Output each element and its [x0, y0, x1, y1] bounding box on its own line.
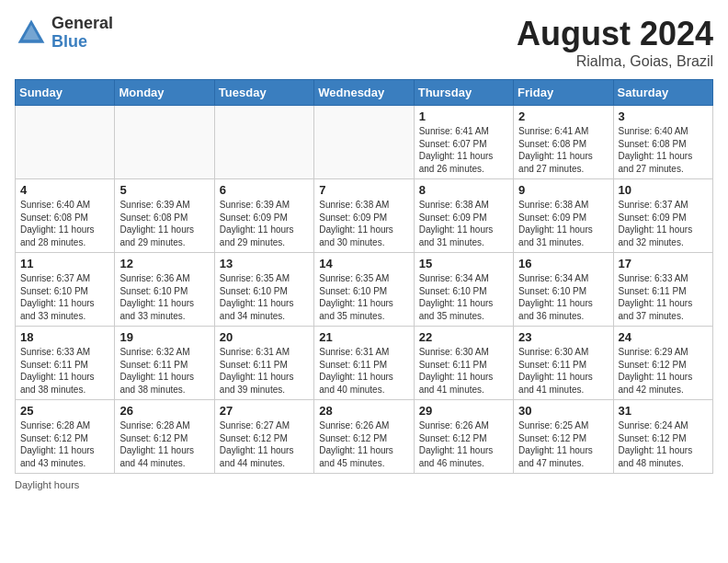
day-info: Sunrise: 6:26 AM Sunset: 6:12 PM Dayligh… — [319, 419, 408, 469]
day-number: 2 — [518, 109, 608, 123]
day-number: 22 — [419, 330, 508, 344]
day-info: Sunrise: 6:37 AM Sunset: 6:09 PM Dayligh… — [619, 199, 708, 248]
calendar-cell: 18Sunrise: 6:33 AM Sunset: 6:11 PM Dayli… — [16, 327, 115, 400]
calendar-cell: 4Sunrise: 6:40 AM Sunset: 6:08 PM Daylig… — [16, 179, 115, 253]
calendar-cell: 10Sunrise: 6:37 AM Sunset: 6:09 PM Dayli… — [613, 179, 712, 253]
day-number: 5 — [119, 183, 209, 197]
day-number: 31 — [619, 404, 708, 418]
calendar-cell: 25Sunrise: 6:28 AM Sunset: 6:12 PM Dayli… — [16, 400, 115, 474]
day-info: Sunrise: 6:41 AM Sunset: 6:07 PM Dayligh… — [419, 125, 508, 175]
day-number: 9 — [518, 183, 608, 197]
calendar-cell: 28Sunrise: 6:26 AM Sunset: 6:12 PM Dayli… — [314, 400, 414, 474]
day-number: 10 — [619, 183, 708, 197]
day-info: Sunrise: 6:34 AM Sunset: 6:10 PM Dayligh… — [419, 272, 508, 322]
calendar-cell: 14Sunrise: 6:35 AM Sunset: 6:10 PM Dayli… — [314, 253, 414, 327]
weekday-header: Friday — [514, 80, 613, 106]
day-number: 14 — [319, 257, 408, 270]
day-info: Sunrise: 6:30 AM Sunset: 6:11 PM Dayligh… — [419, 346, 508, 396]
day-number: 15 — [419, 257, 508, 270]
day-number: 18 — [20, 330, 109, 344]
calendar-cell: 11Sunrise: 6:37 AM Sunset: 6:10 PM Dayli… — [16, 253, 115, 327]
calendar-cell: 12Sunrise: 6:36 AM Sunset: 6:10 PM Dayli… — [115, 253, 214, 327]
day-number: 25 — [20, 404, 109, 418]
day-info: Sunrise: 6:27 AM Sunset: 6:12 PM Dayligh… — [220, 419, 309, 469]
calendar-week-row: 25Sunrise: 6:28 AM Sunset: 6:12 PM Dayli… — [16, 400, 713, 474]
day-info: Sunrise: 6:31 AM Sunset: 6:11 PM Dayligh… — [220, 346, 309, 396]
calendar-week-row: 18Sunrise: 6:33 AM Sunset: 6:11 PM Dayli… — [16, 327, 713, 400]
day-info: Sunrise: 6:33 AM Sunset: 6:11 PM Dayligh… — [619, 272, 708, 322]
weekday-header-row: SundayMondayTuesdayWednesdayThursdayFrid… — [16, 80, 713, 106]
day-info: Sunrise: 6:32 AM Sunset: 6:11 PM Dayligh… — [119, 346, 209, 396]
weekday-header: Thursday — [414, 80, 513, 106]
calendar-cell: 30Sunrise: 6:25 AM Sunset: 6:12 PM Dayli… — [514, 400, 613, 474]
calendar-cell: 20Sunrise: 6:31 AM Sunset: 6:11 PM Dayli… — [214, 327, 313, 400]
day-number: 19 — [119, 330, 209, 344]
day-info: Sunrise: 6:31 AM Sunset: 6:11 PM Dayligh… — [319, 346, 408, 396]
day-info: Sunrise: 6:38 AM Sunset: 6:09 PM Dayligh… — [319, 199, 408, 248]
day-number: 12 — [119, 257, 209, 270]
day-number: 4 — [20, 183, 109, 197]
day-info: Sunrise: 6:24 AM Sunset: 6:12 PM Dayligh… — [619, 419, 708, 469]
calendar-cell: 22Sunrise: 6:30 AM Sunset: 6:11 PM Dayli… — [414, 327, 513, 400]
day-info: Sunrise: 6:37 AM Sunset: 6:10 PM Dayligh… — [20, 272, 109, 322]
day-info: Sunrise: 6:33 AM Sunset: 6:11 PM Dayligh… — [20, 346, 109, 396]
day-number: 23 — [518, 330, 608, 344]
day-number: 27 — [220, 404, 309, 418]
day-number: 11 — [20, 257, 109, 270]
calendar-cell: 5Sunrise: 6:39 AM Sunset: 6:08 PM Daylig… — [115, 179, 214, 253]
calendar-cell: 1Sunrise: 6:41 AM Sunset: 6:07 PM Daylig… — [414, 106, 513, 179]
day-info: Sunrise: 6:25 AM Sunset: 6:12 PM Dayligh… — [518, 419, 608, 469]
day-info: Sunrise: 6:41 AM Sunset: 6:08 PM Dayligh… — [518, 125, 608, 175]
day-info: Sunrise: 6:39 AM Sunset: 6:08 PM Dayligh… — [119, 199, 209, 248]
day-info: Sunrise: 6:26 AM Sunset: 6:12 PM Dayligh… — [419, 419, 508, 469]
day-info: Sunrise: 6:36 AM Sunset: 6:10 PM Dayligh… — [119, 272, 209, 322]
day-number: 8 — [419, 183, 508, 197]
day-info: Sunrise: 6:30 AM Sunset: 6:11 PM Dayligh… — [518, 346, 608, 396]
calendar-cell: 13Sunrise: 6:35 AM Sunset: 6:10 PM Dayli… — [214, 253, 313, 327]
day-info: Sunrise: 6:40 AM Sunset: 6:08 PM Dayligh… — [619, 125, 708, 175]
calendar-week-row: 1Sunrise: 6:41 AM Sunset: 6:07 PM Daylig… — [16, 106, 713, 179]
calendar-cell: 16Sunrise: 6:34 AM Sunset: 6:10 PM Dayli… — [514, 253, 613, 327]
calendar-cell: 23Sunrise: 6:30 AM Sunset: 6:11 PM Dayli… — [514, 327, 613, 400]
calendar-cell: 7Sunrise: 6:38 AM Sunset: 6:09 PM Daylig… — [314, 179, 414, 253]
calendar-cell: 29Sunrise: 6:26 AM Sunset: 6:12 PM Dayli… — [414, 400, 513, 474]
calendar-cell: 9Sunrise: 6:38 AM Sunset: 6:09 PM Daylig… — [514, 179, 613, 253]
day-number: 1 — [419, 109, 508, 123]
day-number: 13 — [220, 257, 309, 270]
calendar-cell: 2Sunrise: 6:41 AM Sunset: 6:08 PM Daylig… — [514, 106, 613, 179]
calendar-cell: 31Sunrise: 6:24 AM Sunset: 6:12 PM Dayli… — [613, 400, 712, 474]
weekday-header: Saturday — [613, 80, 712, 106]
day-info: Sunrise: 6:35 AM Sunset: 6:10 PM Dayligh… — [319, 272, 408, 322]
day-info: Sunrise: 6:34 AM Sunset: 6:10 PM Dayligh… — [518, 272, 608, 322]
weekday-header: Tuesday — [214, 80, 313, 106]
calendar-table: SundayMondayTuesdayWednesdayThursdayFrid… — [15, 79, 713, 474]
day-number: 6 — [220, 183, 309, 197]
calendar-cell: 26Sunrise: 6:28 AM Sunset: 6:12 PM Dayli… — [115, 400, 214, 474]
day-info: Sunrise: 6:38 AM Sunset: 6:09 PM Dayligh… — [419, 199, 508, 248]
day-info: Sunrise: 6:40 AM Sunset: 6:08 PM Dayligh… — [20, 199, 109, 248]
calendar-cell — [16, 106, 115, 179]
calendar-title: August 2024 — [517, 15, 713, 53]
page-header: General Blue August 2024 Rialma, Goias, … — [15, 15, 713, 70]
day-number: 29 — [419, 404, 508, 418]
day-number: 17 — [619, 257, 708, 270]
calendar-cell: 21Sunrise: 6:31 AM Sunset: 6:11 PM Dayli… — [314, 327, 414, 400]
calendar-cell — [115, 106, 214, 179]
day-number: 24 — [619, 330, 708, 344]
day-number: 20 — [220, 330, 309, 344]
day-info: Sunrise: 6:39 AM Sunset: 6:09 PM Dayligh… — [220, 199, 309, 248]
logo-text: General Blue — [51, 15, 113, 52]
calendar-cell: 6Sunrise: 6:39 AM Sunset: 6:09 PM Daylig… — [214, 179, 313, 253]
calendar-location: Rialma, Goias, Brazil — [517, 53, 713, 70]
day-number: 7 — [319, 183, 408, 197]
calendar-cell: 24Sunrise: 6:29 AM Sunset: 6:12 PM Dayli… — [613, 327, 712, 400]
day-number: 26 — [119, 404, 209, 418]
logo: General Blue — [15, 15, 113, 52]
calendar-cell: 15Sunrise: 6:34 AM Sunset: 6:10 PM Dayli… — [414, 253, 513, 327]
logo-icon — [15, 17, 48, 50]
day-number: 21 — [319, 330, 408, 344]
day-number: 28 — [319, 404, 408, 418]
weekday-header: Sunday — [16, 80, 115, 106]
calendar-cell — [314, 106, 414, 179]
calendar-cell: 17Sunrise: 6:33 AM Sunset: 6:11 PM Dayli… — [613, 253, 712, 327]
